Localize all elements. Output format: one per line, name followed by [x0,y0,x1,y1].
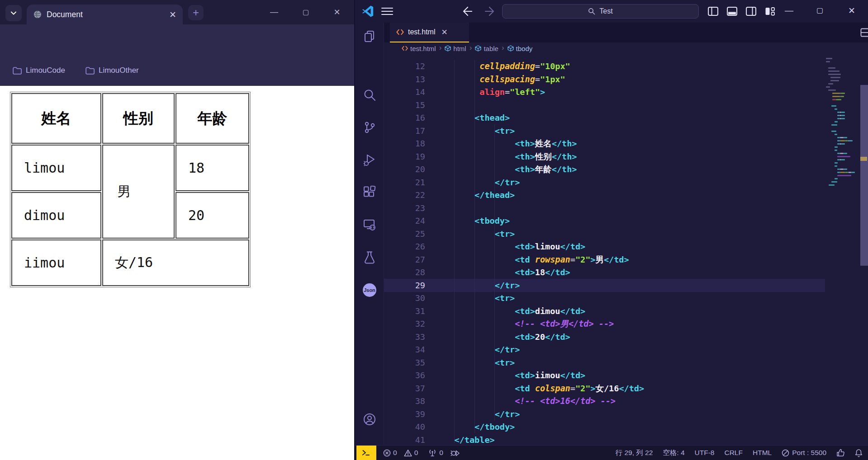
command-center-search[interactable]: Test [502,4,699,19]
line-number: 37 [384,382,425,395]
menu-hamburger-icon[interactable] [381,8,393,15]
code-line[interactable]: align="left"> [434,86,823,99]
encoding[interactable]: UTF-8 [695,449,715,457]
run-debug-icon[interactable] [363,153,376,167]
toggle-secondary-sidebar-icon[interactable] [745,6,757,17]
code-line[interactable]: <td>iimou</td> [434,369,823,382]
history-back-icon[interactable] [462,6,473,16]
code-line[interactable]: <tr> [434,292,823,305]
extensions-icon[interactable] [363,186,376,199]
minimap-line [849,172,851,173]
code-line[interactable]: </table> [434,434,823,447]
explorer-icon[interactable] [363,30,376,43]
toggle-sidebar-icon[interactable] [707,6,719,17]
debug-console-icon[interactable] [450,449,460,457]
eol-sequence[interactable]: CRLF [724,449,742,457]
code-line[interactable]: <tr> [434,357,823,370]
code-line[interactable]: <!-- <td>16</td> --> [434,395,823,408]
code-line[interactable]: <tbody> [434,215,823,228]
bookmark-folder-limoucode[interactable]: LimouCode [12,66,65,75]
feedback-thumb-icon[interactable] [836,449,845,457]
minimap-line [831,131,836,132]
line-number: 21 [384,176,425,189]
notifications-bell-icon[interactable] [855,449,863,457]
code-line[interactable]: <th>性别</th> [434,150,823,164]
testing-beaker-icon[interactable] [363,251,376,264]
code-line[interactable]: </thead> [434,189,823,202]
tab-close-icon[interactable]: ✕ [441,28,447,37]
remote-explorer-icon[interactable] [363,218,376,232]
minimap-line [841,99,842,100]
table-cell: 18 [175,145,249,191]
scrollbar-thumb[interactable] [860,85,868,266]
code-line[interactable]: </tr> [434,279,823,292]
breadcrumb-item-tbody[interactable]: tbody [508,45,533,52]
code-line[interactable]: <!-- <td>男</td> --> [434,318,823,331]
cursor-position[interactable]: 行 29, 列 22 [616,448,653,458]
bookmark-folder-limouother[interactable]: LimouOther [85,66,139,75]
json-extension-icon[interactable]: Json [363,283,376,297]
minimap[interactable] [825,58,859,207]
code-line[interactable]: </tbody> [434,421,823,434]
code-line[interactable]: <tr> [434,125,823,138]
remote-indicator[interactable] [356,446,376,460]
code-line[interactable]: <td rowspan="2">男</td> [434,253,823,267]
code-line[interactable]: <thead> [434,112,823,125]
tab-search-button[interactable] [5,5,22,21]
table-cell: 男 [102,145,175,239]
tab-close-icon[interactable]: ✕ [169,10,176,19]
browser-close-button[interactable]: ✕ [330,7,344,17]
problems-errors[interactable]: 0 [383,449,397,457]
code-line[interactable]: <td>18</td> [434,266,823,279]
history-forward-icon[interactable] [484,6,495,16]
code-line[interactable]: <td>20</td> [434,331,823,344]
account-icon[interactable] [363,413,376,426]
browser-tab[interactable]: Document ✕ [27,5,183,24]
source-control-icon[interactable] [363,121,376,134]
code-line[interactable]: </tr> [434,408,823,421]
browser-maximize-button[interactable]: ▢ [299,8,313,16]
code-line[interactable]: <td>dimou</td> [434,305,823,318]
breadcrumb-item-table[interactable]: table [475,45,498,52]
breadcrumb-item-html[interactable]: html [445,45,466,52]
minimap-line [841,96,844,97]
code-line[interactable] [434,202,823,215]
indentation[interactable]: 空格: 4 [663,448,684,458]
code-line[interactable]: cellpadding="10px" [434,60,823,73]
vscode-maximize-button[interactable]: ▢ [816,6,823,14]
tab-test-html[interactable]: test.html ✕ [390,23,469,42]
minimap-line [835,121,838,122]
editor-scrollbar[interactable] [860,54,868,445]
new-tab-button[interactable]: + [188,5,204,20]
minimap-line [844,153,847,154]
browser-minimize-button[interactable]: — [267,7,281,17]
live-server-port[interactable]: Port : 5500 [782,449,826,457]
customize-layout-icon[interactable] [764,6,776,17]
split-editor-icon[interactable] [860,28,868,37]
code-line[interactable]: <th>姓名</th> [434,137,823,150]
vscode-minimize-button[interactable]: — [785,5,793,15]
problems-warnings[interactable]: 0 [404,449,418,457]
code-lines[interactable]: cellpadding="10px" cellspacing="1px" ali… [434,60,823,446]
code-line[interactable]: <tr> [434,228,823,241]
minimap-line [826,61,830,62]
code-line[interactable]: <td>limou</td> [434,240,823,253]
html-file-icon [402,46,408,51]
ports-indicator[interactable]: 0 [428,449,443,457]
toggle-panel-icon[interactable] [726,6,738,17]
code-line[interactable]: </tr> [434,343,823,357]
code-line[interactable]: <td colspan="2">女/16</td> [434,382,823,395]
minimap-line [830,80,839,81]
vscode-logo-icon [361,5,374,18]
line-number: 25 [384,228,425,241]
breadcrumb-item-file[interactable]: test.html [402,45,436,52]
code-line[interactable]: </tr> [434,176,823,189]
language-mode[interactable]: HTML [753,449,772,457]
line-number: 24 [384,215,425,228]
code-line[interactable] [434,99,823,112]
code-line[interactable]: cellspacing="1px" [434,73,823,86]
code-line[interactable]: <th>年龄</th> [434,163,823,176]
vscode-close-button[interactable]: ✕ [848,5,855,16]
line-number: 40 [384,421,425,434]
search-icon[interactable] [363,88,376,102]
